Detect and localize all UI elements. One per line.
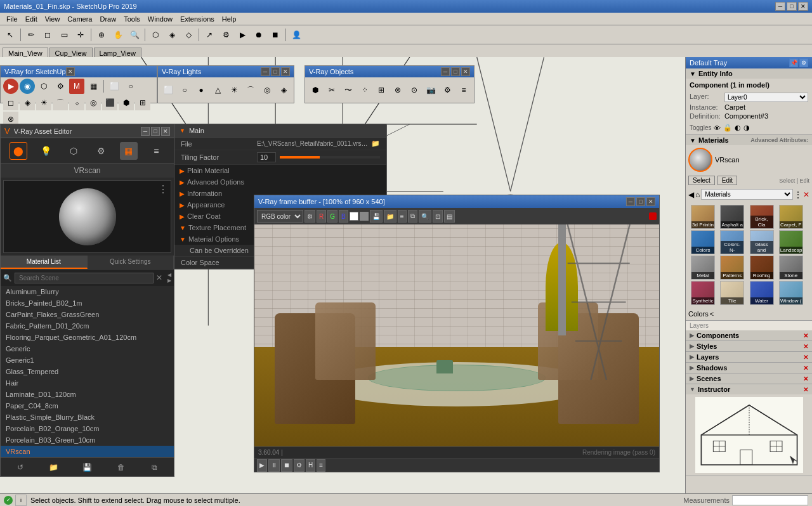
- list-mode-btn[interactable]: ≡: [147, 142, 165, 160]
- mat-thumb-synthetic[interactable]: Synthetic: [691, 281, 715, 305]
- fb-save-btn[interactable]: 💾: [370, 210, 383, 223]
- record-button[interactable]: ⏺: [251, 27, 266, 42]
- close-button[interactable]: ✕: [798, 2, 808, 11]
- list-item[interactable]: Fabric_Pattern_D01_20cm: [1, 320, 174, 332]
- edit-btn[interactable]: Edit: [717, 176, 737, 185]
- materials-button[interactable]: ◈: [164, 27, 180, 42]
- menu-tools[interactable]: Tools: [120, 14, 144, 24]
- fb-gray-btn[interactable]: [360, 212, 369, 221]
- mat-thumb-colorsn[interactable]: Colors-N-: [720, 230, 744, 254]
- vray-dome-btn[interactable]: ⌒: [53, 95, 68, 110]
- menu-edit[interactable]: Edit: [22, 14, 41, 24]
- list-item[interactable]: Porcelain_B03_Green_10cm: [1, 434, 174, 446]
- mat-arrow-left-btn[interactable]: ◀: [688, 190, 694, 199]
- browse-file-btn[interactable]: 📁: [371, 139, 380, 148]
- styles-close-btn[interactable]: ✕: [803, 343, 808, 350]
- geometry-mode-btn[interactable]: ⬡: [65, 142, 82, 160]
- menu-extensions[interactable]: Extensions: [176, 14, 218, 24]
- render-settings-mode-btn[interactable]: ⚙: [92, 142, 110, 160]
- list-item[interactable]: Plastic_Simple_Blurry_Black: [1, 412, 174, 423]
- nav-prev-btn[interactable]: ◀: [167, 272, 171, 278]
- fb-zoom-btn[interactable]: 🔍: [419, 210, 431, 223]
- mat-thumb-roofing[interactable]: Roofing: [750, 256, 774, 280]
- toggle-eye-btn[interactable]: 👁: [714, 124, 721, 132]
- fb-lut-btn[interactable]: ▤: [444, 210, 455, 223]
- menu-file[interactable]: File: [3, 14, 22, 24]
- fb-g-btn[interactable]: G: [327, 210, 337, 223]
- obj-scatter-btn[interactable]: ⁘: [357, 82, 372, 98]
- list-item[interactable]: Generic1: [1, 354, 174, 366]
- obj-extra-btn[interactable]: ≡: [456, 82, 471, 98]
- styles-button[interactable]: ◇: [181, 27, 196, 42]
- materials-header[interactable]: ▼ Materials Advanced Attributes:: [686, 135, 812, 145]
- fb-r-btn[interactable]: R: [317, 210, 326, 223]
- light-spot-btn[interactable]: △: [210, 82, 225, 98]
- list-item[interactable]: Bricks_Painted_B02_1m: [1, 297, 174, 309]
- obj-fur-btn[interactable]: 〜: [341, 82, 356, 98]
- components-close-btn[interactable]: ✕: [803, 332, 808, 339]
- tab-material-list[interactable]: Material List: [1, 256, 88, 269]
- fb-maximize-btn[interactable]: □: [636, 197, 645, 206]
- light-circle-btn[interactable]: ○: [177, 82, 192, 98]
- vray-render-btn[interactable]: ▶: [3, 79, 18, 94]
- vray-frames-btn[interactable]: ▦: [86, 79, 101, 94]
- pencil-tool-button[interactable]: ✏: [23, 27, 39, 42]
- shadows-close-btn[interactable]: ✕: [803, 365, 808, 372]
- materials-mode-btn[interactable]: ⬤: [10, 142, 27, 160]
- toggle-cast-btn[interactable]: ◐: [735, 124, 741, 132]
- fb-crop-btn[interactable]: ⊡: [433, 210, 443, 223]
- mat-thumb-colors[interactable]: Colors: [691, 230, 715, 254]
- vray-objects-close-btn[interactable]: ✕: [461, 67, 470, 76]
- vray-ies-btn[interactable]: ◎: [86, 95, 101, 110]
- asset-editor-close-btn[interactable]: ✕: [161, 127, 170, 136]
- list-item[interactable]: Laminate_D01_120cm: [1, 389, 174, 400]
- list-item[interactable]: Glass_Tempered: [1, 366, 174, 377]
- save-btn[interactable]: 💾: [81, 460, 95, 474]
- stop-button[interactable]: ⏹: [268, 27, 283, 42]
- minimize-button[interactable]: ─: [775, 2, 785, 11]
- measurements-input[interactable]: [732, 495, 808, 505]
- lights-mode-btn[interactable]: 💡: [37, 142, 55, 160]
- fb-close-btn[interactable]: ✕: [646, 197, 655, 206]
- list-item[interactable]: Generic: [1, 343, 174, 354]
- instructor-header[interactable]: ▼ Instructor ✕: [686, 384, 812, 394]
- pan-tool-button[interactable]: ✋: [110, 27, 126, 42]
- mat-options-btn[interactable]: ⋮: [794, 190, 802, 199]
- asset-editor-minimize-btn[interactable]: ─: [141, 127, 150, 136]
- color-mode-select[interactable]: RGB color: [257, 210, 303, 223]
- colors-nav-arrow[interactable]: <: [710, 310, 714, 318]
- fb-settings-btn[interactable]: ⚙: [304, 210, 315, 223]
- menu-help[interactable]: Help: [218, 14, 240, 24]
- asset-editor-maximize-btn[interactable]: □: [151, 127, 160, 136]
- obj-volume-btn[interactable]: ⊗: [390, 82, 405, 98]
- mat-thumb-metal[interactable]: Metal: [691, 256, 715, 280]
- styles-header[interactable]: ▶ Styles ✕: [686, 341, 812, 351]
- obj-displacement-btn[interactable]: ⊙: [407, 82, 422, 98]
- zoom-tool-button[interactable]: 🔍: [127, 27, 142, 42]
- toggle-receive-btn[interactable]: ◑: [743, 124, 750, 132]
- mat-thumb-water[interactable]: Water: [750, 281, 774, 305]
- status-info-btn[interactable]: i: [15, 495, 27, 506]
- mat-thumb-patterns[interactable]: Patterns: [720, 256, 744, 280]
- vray-lights-maximize-btn[interactable]: □: [271, 67, 280, 76]
- move-tool-button[interactable]: ✛: [73, 27, 88, 42]
- list-item[interactable]: Hair: [1, 377, 174, 389]
- list-item[interactable]: CarPaint_Flakes_GrassGreen: [1, 309, 174, 320]
- vray-light3-btn[interactable]: ◻: [3, 95, 18, 110]
- list-item-vrscan[interactable]: VRscan: [1, 446, 174, 457]
- vray-light4-btn[interactable]: ◈: [20, 95, 35, 110]
- mat-thumb-glass[interactable]: Glass and: [750, 230, 774, 254]
- tiling-value[interactable]: 10: [257, 152, 276, 162]
- entity-info-header[interactable]: ▼ Entity Info: [686, 68, 812, 79]
- fb-layers-btn[interactable]: ≡: [398, 210, 407, 223]
- vray-light1-btn[interactable]: ⬜: [107, 79, 122, 94]
- plain-material-row[interactable]: ▶ Plain Material: [174, 165, 386, 176]
- fb-bt-2[interactable]: ⏸: [268, 459, 280, 472]
- render-button[interactable]: ▶: [235, 27, 250, 42]
- fb-compare-btn[interactable]: ⧉: [408, 210, 417, 223]
- fb-bt-5[interactable]: H: [306, 459, 315, 472]
- nav-next-btn[interactable]: ▶: [167, 278, 171, 283]
- eraser-tool-button[interactable]: ◻: [40, 27, 55, 42]
- components-header[interactable]: ▶ Components ✕: [686, 330, 812, 341]
- maximize-button[interactable]: □: [787, 2, 797, 11]
